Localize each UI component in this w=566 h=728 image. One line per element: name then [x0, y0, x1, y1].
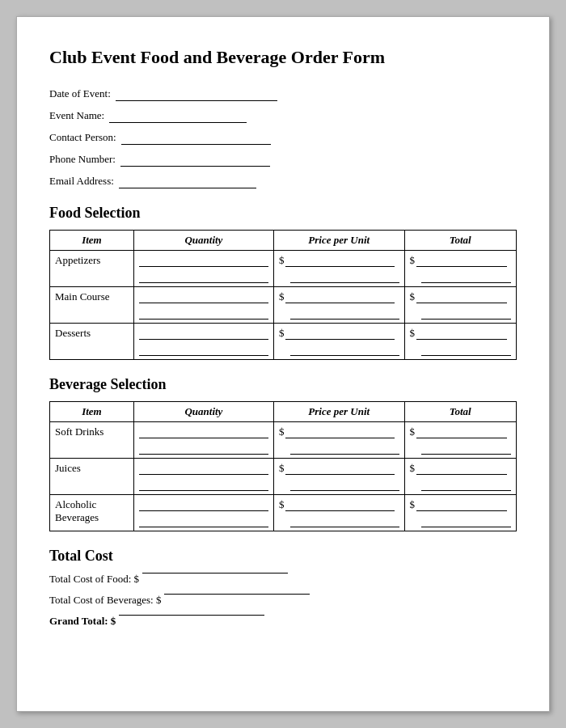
bev-price-juices[interactable]: $ [273, 458, 404, 494]
food-total-appetizers[interactable]: $ [404, 250, 517, 286]
food-total-appetizers-input[interactable] [416, 254, 507, 267]
bev-row-juices: Juices $ [50, 458, 517, 494]
total-beverages-label: Total Cost of Beverages: $ [49, 594, 161, 607]
bev-table-header-row: Item Quantity Price per Unit Total [50, 401, 517, 421]
food-price-desserts[interactable]: $ [273, 323, 404, 359]
event-details-section: Date of Event: Event Name: Contact Perso… [49, 86, 517, 188]
bev-quantity-soft-input[interactable] [139, 425, 268, 438]
food-quantity-appetizers[interactable] [133, 250, 273, 286]
food-quantity-appetizers-input[interactable] [139, 254, 268, 267]
event-name-label: Event Name: [49, 109, 104, 122]
bev-quantity-juices-input[interactable] [139, 462, 268, 475]
phone-number-field: Phone Number: [49, 151, 517, 167]
grand-total-label: Grand Total: $ [49, 615, 116, 628]
bev-total-alcoholic[interactable]: $ [404, 494, 517, 531]
bev-col-quantity: Quantity [133, 401, 273, 421]
food-table-header-row: Item Quantity Price per Unit Total [50, 230, 517, 250]
date-of-event-line [116, 86, 277, 101]
bev-quantity-alcoholic-input2[interactable] [139, 514, 268, 527]
food-col-total: Total [404, 230, 517, 250]
food-total-main-input2[interactable] [421, 307, 512, 320]
bev-quantity-alcoholic[interactable] [133, 494, 273, 531]
food-total-desserts-input[interactable] [416, 327, 507, 340]
bev-price-soft-input[interactable] [285, 425, 395, 438]
bev-row-soft-drinks: Soft Drinks $ [50, 421, 517, 458]
phone-number-label: Phone Number: [49, 153, 116, 166]
food-col-item: Item [50, 230, 134, 250]
contact-person-field: Contact Person: [49, 129, 517, 145]
food-price-appetizers[interactable]: $ [273, 250, 404, 286]
phone-number-line [120, 151, 270, 167]
bev-total-soft-input2[interactable] [421, 442, 512, 455]
email-address-line [119, 173, 256, 188]
bev-total-alcoholic-input[interactable] [416, 498, 507, 511]
food-selection-table: Item Quantity Price per Unit Total Appet… [49, 230, 517, 360]
food-col-quantity: Quantity [133, 230, 273, 250]
food-price-main-course[interactable]: $ [273, 286, 404, 323]
grand-total-row: Grand Total: $ [49, 615, 517, 628]
food-price-main-input2[interactable] [290, 307, 399, 320]
food-quantity-main-input2[interactable] [139, 307, 268, 320]
bev-row-alcoholic: Alcoholic Beverages $ [50, 494, 517, 531]
food-quantity-main-course[interactable] [133, 286, 273, 323]
form-page: Club Event Food and Beverage Order Form … [16, 16, 550, 712]
contact-person-line [121, 129, 271, 145]
bev-col-item: Item [50, 401, 134, 421]
bev-item-alcoholic: Alcoholic Beverages [50, 494, 134, 531]
total-cost-title: Total Cost [49, 548, 517, 565]
total-food-label: Total Cost of Food: $ [49, 573, 139, 586]
food-quantity-main-input[interactable] [139, 290, 268, 303]
bev-total-juices-input[interactable] [416, 462, 507, 475]
bev-quantity-juices-input2[interactable] [139, 478, 268, 491]
food-row-desserts: Desserts $ [50, 323, 517, 359]
food-total-desserts[interactable]: $ [404, 323, 517, 359]
food-item-appetizers: Appetizers [50, 250, 134, 286]
food-total-main-input[interactable] [416, 290, 507, 303]
food-price-desserts-input2[interactable] [290, 343, 399, 356]
food-section-title: Food Selection [49, 205, 517, 222]
food-price-appetizers-input[interactable] [285, 254, 395, 267]
food-quantity-desserts-input2[interactable] [139, 343, 268, 356]
food-total-main-course[interactable]: $ [404, 286, 517, 323]
food-item-main-course: Main Course [50, 286, 134, 323]
bev-price-alcoholic-input[interactable] [285, 498, 395, 511]
email-address-field: Email Address: [49, 173, 517, 188]
bev-price-alcoholic-input2[interactable] [290, 514, 399, 527]
food-item-desserts: Desserts [50, 323, 134, 359]
food-price-appetizers-input2[interactable] [290, 270, 399, 283]
email-address-label: Email Address: [49, 175, 114, 188]
food-quantity-desserts[interactable] [133, 323, 273, 359]
bev-col-total: Total [404, 401, 517, 421]
food-quantity-desserts-input[interactable] [139, 327, 268, 340]
bev-total-juices[interactable]: $ [404, 458, 517, 494]
bev-total-juices-input2[interactable] [421, 478, 512, 491]
food-price-main-input[interactable] [285, 290, 395, 303]
food-total-desserts-input2[interactable] [421, 343, 512, 356]
beverage-section-title: Beverage Selection [49, 376, 517, 393]
date-of-event-label: Date of Event: [49, 87, 111, 100]
total-beverages-row: Total Cost of Beverages: $ [49, 594, 517, 607]
bev-total-soft-input[interactable] [416, 425, 507, 438]
food-quantity-appetizers-input2[interactable] [139, 270, 268, 283]
food-price-desserts-input[interactable] [285, 327, 395, 340]
total-beverages-line [164, 594, 310, 595]
bev-price-alcoholic[interactable]: $ [273, 494, 404, 531]
contact-person-label: Contact Person: [49, 131, 116, 144]
bev-total-soft-drinks[interactable]: $ [404, 421, 517, 458]
total-food-line [142, 573, 288, 574]
grand-total-line [119, 615, 264, 616]
bev-price-juices-input2[interactable] [290, 478, 399, 491]
food-total-appetizers-input2[interactable] [421, 270, 512, 283]
bev-quantity-soft-drinks[interactable] [133, 421, 273, 458]
bev-quantity-alcoholic-input[interactable] [139, 498, 268, 511]
bev-quantity-juices[interactable] [133, 458, 273, 494]
event-name-field: Event Name: [49, 108, 517, 123]
total-food-row: Total Cost of Food: $ [49, 573, 517, 586]
bev-price-soft-input2[interactable] [290, 442, 399, 455]
bev-item-juices: Juices [50, 458, 134, 494]
bev-quantity-soft-input2[interactable] [139, 442, 268, 455]
bev-price-soft-drinks[interactable]: $ [273, 421, 404, 458]
bev-col-price: Price per Unit [273, 401, 404, 421]
bev-total-alcoholic-input2[interactable] [421, 514, 512, 527]
bev-price-juices-input[interactable] [285, 462, 395, 475]
